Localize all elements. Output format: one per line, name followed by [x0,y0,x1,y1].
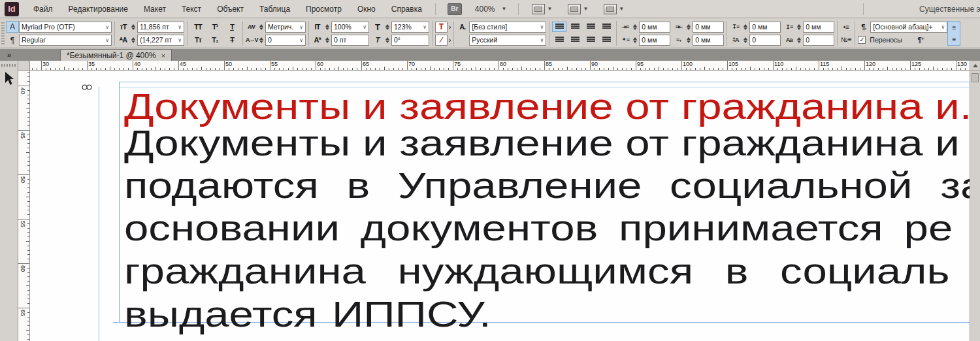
strikethrough-button[interactable]: T [224,35,240,46]
screen-mode-button[interactable]: ▼ [568,4,588,14]
stroke-color-button[interactable]: ∕ [435,35,448,46]
indent-left-stepper[interactable] [632,22,638,33]
indent-first-line-stepper[interactable] [632,35,638,46]
indent-last-line-right-stepper[interactable] [685,35,691,46]
document-canvas[interactable]: Документы и заявление от гражданина и.До… [30,71,970,341]
flyout-arrow-icon[interactable]: › [449,24,451,31]
ruler-tick [27,139,29,140]
menu-текст[interactable]: Текст [174,0,209,18]
scrollbar-thumb[interactable] [972,73,979,82]
skew-field[interactable]: 0° [391,35,429,46]
ruler-label: 80 [500,61,506,67]
paragraph-style-dropdown[interactable]: [Основной абзац]+∨ [870,22,947,33]
hyphenate-checkbox[interactable]: ✓ [858,36,866,44]
space-before-field[interactable]: 0 мм [749,22,781,33]
drop-cap-chars-stepper[interactable] [796,35,802,46]
scroll-up-button[interactable] [970,61,980,71]
bridge-button[interactable]: Br [448,3,462,15]
expand-panels-button[interactable]: » [0,49,18,61]
align-justify-last-center-button[interactable] [552,35,566,45]
ruler-origin-corner[interactable] [18,61,30,71]
align-left-button[interactable] [552,22,566,32]
superscript-button[interactable]: T¹ [207,22,223,33]
selection-tool-icon[interactable] [4,72,14,86]
close-icon[interactable]: × [161,52,165,59]
leading-dropdown[interactable]: (14,227 пт∨ [137,35,184,46]
leading-stepper[interactable] [130,35,136,46]
vertical-scale-dropdown[interactable]: 100%∨ [331,22,369,33]
chevron-down-icon: ∨ [297,37,303,43]
align-justify-last-right-button[interactable] [568,35,582,45]
small-caps-button[interactable]: Tт [190,35,206,46]
body-line-2[interactable]: подаются в Управление социальной за [124,164,970,206]
subscript-button[interactable]: T₁ [207,35,223,46]
indent-left-field[interactable]: 0 мм [639,22,670,33]
ruler-tick [155,67,156,70]
fill-color-button[interactable]: T [435,22,448,33]
zoom-level-dropdown[interactable]: 400% ▼ [468,5,514,14]
flyout-arrow-icon[interactable]: › [449,37,451,44]
font-style-dropdown[interactable]: Regular∨ [19,35,112,46]
font-size-dropdown[interactable]: 11,856 пт∨ [137,22,184,33]
menu-редактирование[interactable]: Редактирование [61,0,136,18]
view-options-button[interactable]: ▼ [532,4,552,14]
panel-extra-icons[interactable]: ≡≡ [947,21,960,46]
drop-cap-lines-field[interactable]: 0 [749,35,781,46]
indent-first-line-field[interactable]: 0 мм [639,35,670,46]
underline-button[interactable]: T [224,22,240,33]
body-line-4[interactable]: гражданина нуждающимся в социаль [124,250,949,292]
drop-cap-lines-stepper[interactable] [742,35,748,46]
vertical-scrollbar[interactable] [970,61,980,341]
body-line-3[interactable]: основании документов принимается ре [124,206,953,249]
panel-grip[interactable] [1,22,5,44]
align-center-button[interactable] [568,22,582,32]
indent-right-stepper[interactable] [685,22,691,33]
character-style-dropdown[interactable]: [Без стиля]∨ [469,22,546,33]
tracking-dropdown[interactable]: 0∨ [265,35,306,46]
horizontal-scale-stepper[interactable] [384,22,390,33]
document-tab[interactable]: *Безымянный-1 @ 400% × [60,49,172,61]
indent-right-field[interactable]: 0 мм [693,22,724,33]
menu-просмотр[interactable]: Просмотр [298,0,350,18]
menu-справка[interactable]: Справка [384,0,430,18]
font-family-dropdown[interactable]: Myriad Pro (OTF)∨ [19,22,112,33]
vertical-ruler[interactable]: 404550556065 [18,71,30,341]
space-after-field[interactable]: 0 мм [803,22,834,33]
tracking-stepper[interactable] [258,35,264,46]
menu-макет[interactable]: Макет [136,0,174,18]
all-caps-button[interactable]: TT [190,22,206,33]
menu-объект[interactable]: Объект [209,0,252,18]
align-justify-all-button[interactable] [583,35,598,45]
kerning-dropdown[interactable]: Метрич.∨ [265,22,306,33]
character-formatting-button[interactable]: A [6,21,19,33]
ruler-tick [613,67,613,70]
align-justify-button[interactable] [599,35,613,45]
horizontal-scale-dropdown[interactable]: 123%∨ [391,22,429,33]
workspace-switcher[interactable]: Существенные эле [919,0,980,18]
menu-файл[interactable]: Файл [25,0,61,18]
baseline-shift-stepper[interactable] [324,35,330,46]
numbered-list-button[interactable]: №≡ [840,35,852,45]
align-right-button[interactable] [583,22,598,32]
paragraph-formatting-button[interactable]: ¶ [6,35,19,46]
baseline-shift-field[interactable]: 0 пт [331,35,369,46]
arrange-documents-button[interactable]: ▼ [604,4,624,14]
bulleted-list-button[interactable]: •≡ [840,22,852,33]
kerning-stepper[interactable] [258,22,264,33]
align-justify-last-left-button[interactable] [599,22,613,32]
menu-окно[interactable]: Окно [350,0,384,18]
panel-grip[interactable] [1,64,16,67]
indent-last-line-right-field[interactable]: 0 мм [693,35,724,46]
language-dropdown[interactable]: Русский∨ [469,35,546,46]
horizontal-ruler[interactable]: 3035404550556065707580859095100105110115… [30,61,970,71]
vertical-scale-stepper[interactable] [324,22,330,33]
space-before-stepper[interactable] [742,22,748,33]
menu-таблица[interactable]: Таблица [252,0,298,18]
space-after-stepper[interactable] [796,22,802,33]
font-size-stepper[interactable] [130,22,136,33]
body-line-1[interactable]: Документы и заявление от гражданина и [124,122,960,164]
body-line-5[interactable]: выдается ИППСУ. [124,293,491,335]
paragraph-flyout-icon[interactable]: ¶⁺ [915,36,926,44]
drop-cap-chars-field[interactable]: 0 [803,35,834,46]
skew-stepper[interactable] [384,35,390,46]
